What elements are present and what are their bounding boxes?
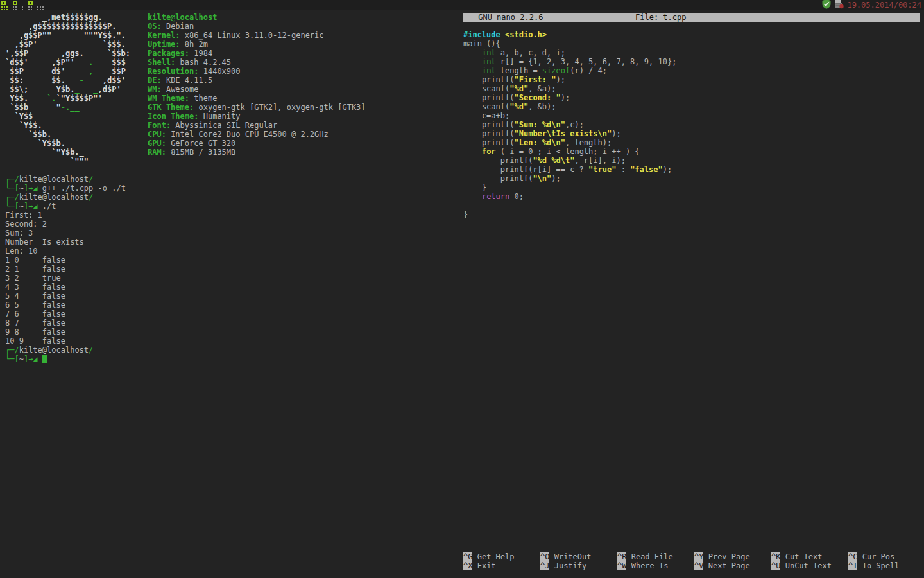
tag-square[interactable] [13, 1, 17, 5]
tag-dot [42, 6, 44, 8]
text-line: GPU: GeForce GT 320 [148, 139, 366, 148]
text-line: main (){ [463, 39, 676, 48]
shortcut-column: ^K Cut Text^U UnCut Text [771, 552, 848, 570]
tag-dot [4, 6, 5, 8]
nano-titlebar: GNU nano 2.2.6 File: t.cpp [463, 13, 920, 22]
shortcut-key-badge: ^U [771, 561, 780, 570]
nano-code-buffer[interactable]: #include <stdio.h>main (){ int a, b, c, … [463, 30, 676, 219]
text-line: GTK Theme: oxygen-gtk [GTK2], oxygen-gtk… [148, 103, 366, 112]
text-line: Resolution: 924x578 [148, 67, 366, 76]
text-line [463, 201, 676, 210]
text-line: DE: KDE 4.11.5 [148, 76, 366, 85]
text-line: ,g$$$$$$$$$$$$$$$P. [5, 22, 130, 31]
cursor-hollow [468, 211, 472, 218]
shortcut-column: ^R Read File^W Where Is [617, 552, 694, 570]
shortcut-key-badge: ^O [540, 552, 549, 561]
shortcut-label: WriteOut [549, 552, 591, 561]
shortcut-label: Cur Pos [857, 552, 894, 561]
shield-check-icon[interactable] [822, 0, 831, 12]
shortcut-cut-text: ^K Cut Text [771, 552, 848, 561]
tag-dot [6, 6, 8, 8]
tag-dot [37, 6, 38, 8]
tag-square-center [30, 2, 31, 4]
text-line: 1 0 false [5, 256, 126, 265]
tag-dot [40, 6, 41, 8]
text-line: RAM: 815MB / 3135MB [148, 148, 366, 157]
text-line: Kernel: x86_64 Linux 3.11.0-12-generic [148, 31, 366, 40]
text-line: Number Is exists [5, 238, 126, 247]
tag-square[interactable] [28, 1, 33, 5]
text-line: printf(r[i] == c ? "true" : "false"); [463, 165, 676, 174]
text-line: _,met$$$$$gg. [5, 13, 130, 22]
text-line: 2 1 false [5, 265, 126, 274]
terminal-window[interactable]: _,met$$$$$gg. ,g$$$$$$$$$$$$$$$P. ,g$$P"… [0, 10, 462, 578]
tag-dot [13, 6, 14, 8]
text-line: 3 2 true [5, 274, 126, 283]
media-tray-icon[interactable] [834, 0, 844, 12]
shortcut-where-is: ^W Where Is [617, 561, 694, 570]
text-line: ',$$P ,ggs. `$$b: [5, 49, 130, 58]
clock: 19.05.2014/00:24 [847, 0, 921, 10]
text-line: 6 5 false [5, 301, 126, 310]
tag-square-center [3, 2, 4, 4]
cursor-block [42, 355, 47, 363]
shortcut-label: To Spell [857, 561, 899, 570]
text-line: scanf("%d", &b); [463, 102, 676, 111]
text-line: Font: Abyssinica SIL Regular [148, 121, 366, 130]
tag-dot [28, 6, 30, 8]
text-line: 9 8 false [5, 328, 126, 337]
text-line: scanf("%d", &a); [463, 84, 676, 93]
text-line: $$P d$' , $$P [5, 67, 130, 76]
shortcut-key-badge: ^J [540, 561, 549, 570]
topbar: 19.05.2014/00:24 [0, 0, 924, 10]
shortcut-label: Justify [549, 561, 586, 570]
text-line: └─[~]→◢ g++ ./t.cpp -o ./t [5, 184, 126, 193]
text-line: `d$$' ,$P"' . $$$ [5, 58, 130, 67]
tag-square[interactable] [1, 1, 6, 5]
nano-shortcut-bar: ^G Get Help^X Exit^O WriteOut^J Justify^… [463, 552, 924, 570]
shortcut-label: Next Page [703, 561, 749, 570]
text-line: Icon Theme: Humanity [148, 112, 366, 121]
shortcut-key-badge: ^Y [694, 552, 703, 561]
shortcut-key-badge: ^X [463, 561, 472, 570]
text-line: 10 9 false [5, 337, 126, 346]
text-line: } [463, 183, 676, 192]
text-line: Y$$. `.`"Y$$$$P"' [5, 94, 130, 103]
text-line: Packages: 1984 [148, 49, 366, 58]
shortcut-label: Exit [472, 561, 495, 570]
text-line: └─[~]→◢ [5, 355, 126, 363]
system-tray: 19.05.2014/00:24 [822, 0, 921, 10]
text-line: ┌─/kilte@localhost/ [5, 193, 126, 202]
shortcut-key-badge: ^R [617, 552, 626, 561]
shortcut-key-badge: ^G [463, 552, 472, 561]
nano-editor-window[interactable]: GNU nano 2.2.6 File: t.cpp #include <std… [462, 10, 924, 578]
text-line: ,$$P' `$$$. [5, 40, 130, 49]
text-line: int r[] = {1, 2, 3, 4, 5, 6, 7, 8, 9, 10… [463, 57, 676, 66]
text-line: WM Theme: theme [148, 94, 366, 103]
text-line: 4 3 false [5, 283, 126, 292]
shortcut-justify: ^J Justify [540, 561, 617, 570]
shortcut-column: ^G Get Help^X Exit [463, 552, 540, 570]
shortcut-prev-page: ^Y Prev Page [694, 552, 771, 561]
text-line: └─[~]→◢ ./t [5, 202, 126, 211]
text-line: $$: $$. - ,d$$' [5, 76, 130, 85]
shell-session: ┌─/kilte@localhost/└─[~]→◢ g++ ./t.cpp -… [5, 175, 126, 363]
text-line: $$\; Y$b._ _,d$P' [5, 85, 130, 94]
text-line: int a, b, c, d, i; [463, 48, 676, 57]
text-line: Shell: bash 4.2.45 [148, 58, 366, 67]
taglist[interactable] [1, 1, 49, 10]
shortcut-label: UnCut Text [780, 561, 831, 570]
text-line: printf("\n"); [463, 174, 676, 183]
text-line: #include <stdio.h> [463, 30, 676, 39]
text-line: } [463, 210, 676, 219]
tag-dot [22, 6, 23, 8]
text-line: printf("Len: %d\n", length); [463, 138, 676, 147]
text-line: for ( i = 0 ; i < length; i ++ ) { [463, 147, 676, 156]
system-info-block: kilte@localhostOS: DebianKernel: x86_64 … [148, 13, 366, 157]
shortcut-column: ^C Cur Pos^T To Spell [848, 552, 924, 570]
shortcut-label: Get Help [472, 552, 514, 561]
shortcut-get-help: ^G Get Help [463, 552, 540, 561]
text-line: CPU: Intel Core2 Duo CPU E4500 @ 2.2GHz [148, 130, 366, 139]
text-line: ,g$$P"" """Y$$.". [5, 31, 130, 40]
shortcut-label: Cut Text [780, 552, 822, 561]
